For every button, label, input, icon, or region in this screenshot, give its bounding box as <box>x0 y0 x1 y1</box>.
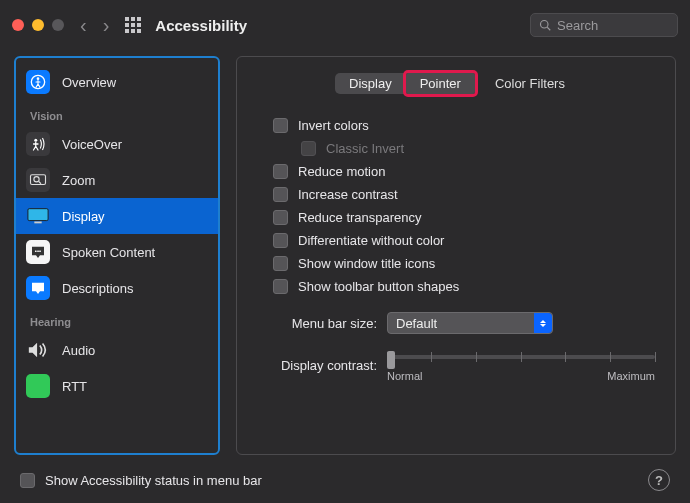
checkbox-label: Reduce transparency <box>298 210 422 225</box>
slider-min-label: Normal <box>387 370 422 382</box>
checkbox-reduce-transparency[interactable]: Reduce transparency <box>273 206 655 229</box>
slider-knob[interactable] <box>387 351 395 369</box>
audio-icon <box>26 338 50 362</box>
sidebar-item-audio[interactable]: Audio <box>16 332 218 368</box>
checkbox-label: Show window title icons <box>298 256 435 271</box>
zoom-window-button[interactable] <box>52 19 64 31</box>
checkbox-label: Show toolbar button shapes <box>298 279 459 294</box>
menu-bar-size-select[interactable]: Default <box>387 312 553 334</box>
tab-pointer[interactable]: Pointer <box>406 73 475 94</box>
overview-icon <box>26 70 50 94</box>
checkbox-icon <box>273 256 288 271</box>
svg-point-3 <box>37 77 40 80</box>
display-icon <box>26 204 50 228</box>
tab-display[interactable]: Display <box>335 73 406 94</box>
svg-point-0 <box>541 21 549 29</box>
svg-rect-8 <box>28 209 48 221</box>
sidebar-item-label: Overview <box>62 75 116 90</box>
zoom-icon <box>26 168 50 192</box>
display-contrast-row: Display contrast: <box>273 348 655 382</box>
checkbox-increase-contrast[interactable]: Increase contrast <box>273 183 655 206</box>
titlebar: ‹ › Accessibility Search <box>0 0 690 50</box>
checkbox-icon <box>273 233 288 248</box>
sidebar-section-hearing: Hearing <box>16 306 218 332</box>
options-list: Invert colors Classic Invert Reduce moti… <box>257 114 655 382</box>
checkbox-icon <box>273 118 288 133</box>
display-contrast-label: Display contrast: <box>273 358 377 373</box>
checkbox-classic-invert: Classic Invert <box>273 137 655 160</box>
nav-buttons: ‹ › <box>80 15 109 35</box>
select-value: Default <box>396 316 437 331</box>
checkbox-icon <box>273 187 288 202</box>
checkbox-label: Classic Invert <box>326 141 404 156</box>
sidebar-item-rtt[interactable]: RTT <box>16 368 218 404</box>
svg-rect-5 <box>31 175 46 185</box>
chevron-up-down-icon <box>534 313 552 333</box>
checkbox-label: Show Accessibility status in menu bar <box>45 473 262 488</box>
sidebar-item-label: Spoken Content <box>62 245 155 260</box>
svg-line-7 <box>39 182 41 184</box>
spoken-content-icon: ••• <box>26 240 50 264</box>
sidebar-item-label: Zoom <box>62 173 95 188</box>
menu-bar-size-row: Menu bar size: Default <box>273 312 655 334</box>
svg-line-1 <box>547 27 550 30</box>
sidebar: Overview Vision VoiceOver Zoom Display •… <box>14 56 220 455</box>
forward-button[interactable]: › <box>103 15 110 35</box>
checkbox-icon <box>20 473 35 488</box>
sidebar-item-label: Audio <box>62 343 95 358</box>
help-button[interactable]: ? <box>648 469 670 491</box>
svg-rect-10 <box>34 222 41 224</box>
close-window-button[interactable] <box>12 19 24 31</box>
checkbox-icon <box>273 210 288 225</box>
sidebar-item-zoom[interactable]: Zoom <box>16 162 218 198</box>
voiceover-icon <box>26 132 50 156</box>
menu-bar-size-label: Menu bar size: <box>273 316 377 331</box>
checkbox-show-accessibility-status[interactable]: Show Accessibility status in menu bar <box>20 473 262 488</box>
sidebar-item-display[interactable]: Display <box>16 198 218 234</box>
search-field[interactable]: Search <box>530 13 678 37</box>
checkbox-label: Increase contrast <box>298 187 398 202</box>
back-button[interactable]: ‹ <box>80 15 87 35</box>
sidebar-item-voiceover[interactable]: VoiceOver <box>16 126 218 162</box>
svg-text:•••: ••• <box>35 248 41 254</box>
sidebar-item-label: VoiceOver <box>62 137 122 152</box>
tab-bar: Display Pointer Color Filters <box>257 73 655 94</box>
checkbox-show-window-title-icons[interactable]: Show window title icons <box>273 252 655 275</box>
svg-point-6 <box>34 177 39 182</box>
checkbox-reduce-motion[interactable]: Reduce motion <box>273 160 655 183</box>
checkbox-label: Invert colors <box>298 118 369 133</box>
search-placeholder: Search <box>557 18 598 33</box>
sidebar-item-label: Descriptions <box>62 281 134 296</box>
sidebar-item-overview[interactable]: Overview <box>16 64 218 100</box>
sidebar-section-vision: Vision <box>16 100 218 126</box>
sidebar-item-descriptions[interactable]: Descriptions <box>16 270 218 306</box>
descriptions-icon <box>26 276 50 300</box>
sidebar-item-label: Display <box>62 209 105 224</box>
checkbox-label: Reduce motion <box>298 164 385 179</box>
checkbox-invert-colors[interactable]: Invert colors <box>273 114 655 137</box>
search-icon <box>539 19 551 31</box>
show-all-icon[interactable] <box>125 17 141 33</box>
window-controls <box>12 19 64 31</box>
tab-color-filters[interactable]: Color Filters <box>483 73 577 94</box>
sidebar-item-label: RTT <box>62 379 87 394</box>
checkbox-icon <box>273 164 288 179</box>
checkbox-icon <box>273 279 288 294</box>
checkbox-show-toolbar-button-shapes[interactable]: Show toolbar button shapes <box>273 275 655 298</box>
slider-max-label: Maximum <box>607 370 655 382</box>
checkbox-icon <box>301 141 316 156</box>
checkbox-differentiate-without-color[interactable]: Differentiate without color <box>273 229 655 252</box>
svg-point-4 <box>34 139 37 142</box>
checkbox-label: Differentiate without color <box>298 233 444 248</box>
content-panel: Display Pointer Color Filters Invert col… <box>236 56 676 455</box>
window-title: Accessibility <box>155 17 247 34</box>
display-contrast-slider[interactable] <box>387 348 655 366</box>
minimize-window-button[interactable] <box>32 19 44 31</box>
rtt-icon <box>26 374 50 398</box>
sidebar-item-spoken-content[interactable]: ••• Spoken Content <box>16 234 218 270</box>
footer: Show Accessibility status in menu bar ? <box>0 455 690 491</box>
